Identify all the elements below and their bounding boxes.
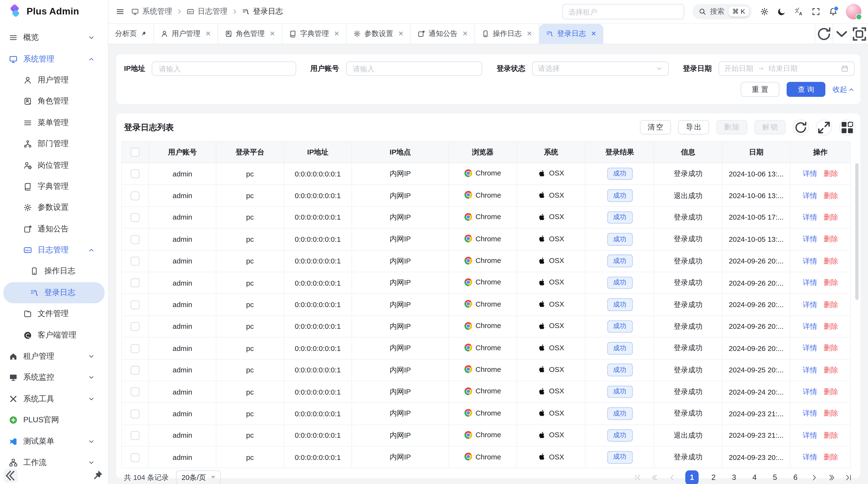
- close-icon[interactable]: ✕: [527, 30, 532, 38]
- tab-refresh-icon[interactable]: [815, 24, 833, 44]
- row-checkbox[interactable]: [131, 191, 140, 200]
- account-input[interactable]: [352, 64, 476, 73]
- close-icon[interactable]: ✕: [334, 30, 340, 38]
- table-expand-icon[interactable]: [816, 119, 832, 135]
- next-page-icon[interactable]: [810, 474, 818, 481]
- delete-link[interactable]: 删除: [824, 431, 838, 439]
- table-scrollbar[interactable]: [855, 163, 859, 300]
- delete-link[interactable]: 删除: [824, 409, 838, 417]
- row-checkbox[interactable]: [131, 213, 140, 222]
- dark-mode-moon-icon[interactable]: [777, 7, 786, 16]
- sidebar-item-role[interactable]: 角色管理: [3, 91, 105, 112]
- row-checkbox[interactable]: [131, 388, 140, 396]
- table-columns-icon[interactable]: [839, 119, 856, 135]
- delete-link[interactable]: 删除: [824, 257, 838, 265]
- delete-link[interactable]: 删除: [824, 235, 838, 243]
- page-6[interactable]: 6: [790, 474, 801, 482]
- sidebar-item-overview[interactable]: 概览: [3, 27, 105, 48]
- delete-button[interactable]: 删除: [716, 120, 747, 134]
- row-checkbox[interactable]: [131, 366, 140, 375]
- sidebar-item-file[interactable]: 文件管理: [3, 303, 105, 324]
- delete-link[interactable]: 删除: [824, 169, 838, 178]
- row-checkbox[interactable]: [131, 235, 140, 244]
- sidebar-item-post[interactable]: 岗位管理: [3, 155, 105, 176]
- row-checkbox[interactable]: [131, 322, 140, 331]
- close-icon[interactable]: ✕: [462, 30, 468, 38]
- sidebar-collapse-button[interactable]: [4, 468, 18, 482]
- tab-oplog[interactable]: 操作日志✕: [475, 24, 539, 44]
- close-icon[interactable]: ✕: [270, 30, 275, 38]
- tab-more-chevron-icon[interactable]: [833, 24, 850, 44]
- delete-link[interactable]: 删除: [824, 366, 838, 374]
- page-4[interactable]: 4: [749, 474, 760, 482]
- sidebar-item-tenant[interactable]: 租户管理: [3, 346, 105, 367]
- sidebar-item-notice[interactable]: 通知公告: [3, 218, 105, 239]
- breadcrumb-item-loginlog[interactable]: 登录日志: [242, 7, 283, 17]
- detail-link[interactable]: 详情: [803, 235, 817, 243]
- first-page-icon[interactable]: [634, 474, 642, 481]
- avatar[interactable]: [846, 4, 861, 19]
- delete-link[interactable]: 删除: [824, 191, 838, 199]
- row-checkbox[interactable]: [131, 279, 140, 288]
- delete-link[interactable]: 删除: [824, 322, 838, 330]
- row-checkbox[interactable]: [131, 409, 140, 418]
- detail-link[interactable]: 详情: [803, 431, 817, 439]
- detail-link[interactable]: 详情: [803, 191, 817, 199]
- sidebar-item-dept[interactable]: 部门管理: [3, 133, 105, 155]
- query-button[interactable]: 查询: [786, 82, 825, 97]
- last-page-icon[interactable]: [845, 474, 852, 481]
- status-select[interactable]: 请选择: [532, 61, 669, 76]
- clear-button[interactable]: 清空: [640, 120, 671, 134]
- table-refresh-icon[interactable]: [793, 119, 809, 135]
- delete-link[interactable]: 删除: [824, 387, 838, 395]
- tab-user[interactable]: 用户管理✕: [154, 24, 218, 44]
- prev-5-pages-icon[interactable]: [651, 474, 659, 481]
- sidebar-item-user[interactable]: 用户管理: [3, 70, 105, 91]
- export-button[interactable]: 导出: [678, 120, 709, 134]
- delete-link[interactable]: 删除: [824, 300, 838, 309]
- fullscreen-icon[interactable]: [812, 7, 820, 16]
- row-checkbox[interactable]: [131, 300, 140, 309]
- sidebar-item-menu[interactable]: 菜单管理: [3, 112, 105, 133]
- prev-page-icon[interactable]: [668, 474, 676, 481]
- tab-param[interactable]: 参数设置✕: [347, 24, 411, 44]
- sidebar-item-param[interactable]: 参数设置: [3, 197, 105, 218]
- detail-link[interactable]: 详情: [803, 387, 817, 395]
- detail-link[interactable]: 详情: [803, 409, 817, 417]
- sidebar-item-loginlog[interactable]: 登录日志: [3, 282, 105, 303]
- settings-gear-icon[interactable]: [760, 7, 769, 16]
- next-5-pages-icon[interactable]: [828, 474, 835, 481]
- page-3[interactable]: 3: [728, 474, 740, 482]
- page-1[interactable]: 1: [685, 470, 699, 484]
- delete-link[interactable]: 删除: [824, 279, 838, 287]
- collapse-filters-link[interactable]: 收起: [833, 84, 855, 94]
- page-5[interactable]: 5: [769, 474, 780, 482]
- sidebar-item-log[interactable]: DEV日志管理: [3, 239, 105, 261]
- page-size-select[interactable]: 20条/页: [176, 470, 221, 484]
- detail-link[interactable]: 详情: [803, 213, 817, 221]
- tab-analysis[interactable]: 分析页: [108, 24, 154, 44]
- row-checkbox[interactable]: [131, 257, 140, 266]
- delete-link[interactable]: 删除: [824, 213, 838, 221]
- detail-link[interactable]: 详情: [803, 344, 817, 352]
- tenant-select-input[interactable]: [562, 4, 684, 19]
- sidebar-item-system[interactable]: 系统管理: [3, 49, 105, 70]
- detail-link[interactable]: 详情: [803, 279, 817, 287]
- row-checkbox[interactable]: [131, 170, 140, 179]
- select-all-checkbox[interactable]: [131, 148, 140, 157]
- row-checkbox[interactable]: [131, 431, 140, 440]
- detail-link[interactable]: 详情: [803, 366, 817, 374]
- sidebar-item-website[interactable]: PLUS官网: [3, 410, 105, 431]
- notification-bell-icon[interactable]: [829, 7, 838, 16]
- global-search[interactable]: 搜索 ⌘ K: [692, 4, 751, 19]
- row-checkbox[interactable]: [131, 344, 140, 353]
- detail-link[interactable]: 详情: [803, 300, 817, 309]
- delete-link[interactable]: 删除: [824, 344, 838, 352]
- tab-dict[interactable]: 字典管理✕: [282, 24, 346, 44]
- tab-notice[interactable]: 通知公告✕: [411, 24, 475, 44]
- page-2[interactable]: 2: [708, 474, 719, 482]
- language-translate-icon[interactable]: 文A: [795, 7, 803, 16]
- menu-toggle-icon[interactable]: [116, 7, 125, 16]
- breadcrumb-item-system[interactable]: 系统管理: [131, 7, 172, 17]
- sidebar-item-tools[interactable]: 系统工具: [3, 388, 105, 410]
